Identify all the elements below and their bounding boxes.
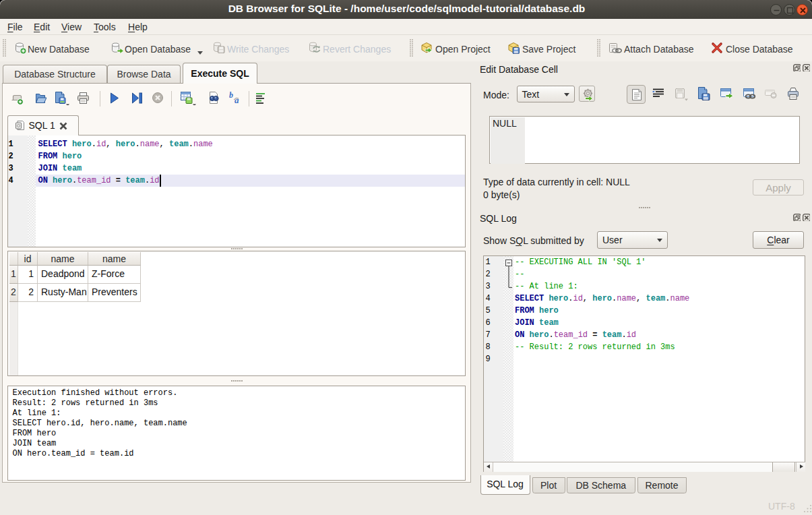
svg-text:b: b: [229, 91, 233, 100]
svg-text:a: a: [235, 95, 239, 105]
